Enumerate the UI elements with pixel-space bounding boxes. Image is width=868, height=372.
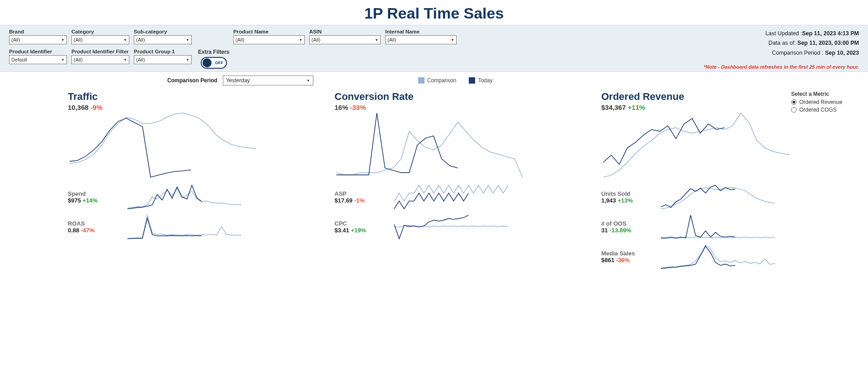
chevron-down-icon: ▼ (123, 38, 127, 42)
refresh-note: *Note - Dashboard data refreshes in the … (703, 64, 859, 70)
filter-internalname[interactable]: (All)▼ (385, 35, 457, 44)
comparison-label: Comparison Period (167, 77, 217, 84)
radio-icon (791, 107, 797, 113)
filter-label-brand: Brand (9, 29, 67, 34)
filter-asin[interactable]: (All)▼ (309, 35, 381, 44)
traffic-chart (68, 111, 258, 179)
toggle-text: OFF (215, 61, 223, 65)
extra-filters-label: Extra Filters (198, 49, 229, 55)
filter-subcategory[interactable]: (All)▼ (134, 35, 192, 44)
units-chart (659, 184, 777, 211)
col-conversion: Conversion Rate 16% -33% ASP $17.69 -1% … (335, 91, 588, 240)
media-title: Media Sales (601, 250, 656, 257)
spend-title: Spend (68, 190, 122, 197)
spend-chart (126, 184, 243, 211)
filter-productid[interactable]: Default▼ (9, 55, 67, 64)
filter-row-1: Brand (All)▼ Category (All)▼ Sub-categor… (9, 29, 457, 44)
comparison-select[interactable]: Yesterday▼ (223, 75, 313, 85)
filter-label-productname: Product Name (233, 29, 305, 34)
extra-filters-toggle[interactable]: OFF (201, 57, 227, 69)
cpc-chart (392, 213, 510, 240)
filter-label-productid: Product Identifier (9, 49, 67, 54)
chevron-down-icon: ▼ (307, 79, 310, 83)
chevron-down-icon: ▼ (61, 58, 65, 62)
filter-label-internalname: Internal Name (385, 29, 457, 34)
conversion-chart (335, 111, 524, 179)
col-traffic: Traffic 10,368 -9% Spend $975 +14% ROAS … (68, 91, 321, 240)
filter-label-productidfilter: Product Identifier Filter (71, 49, 129, 54)
units-title: Units Sold (601, 190, 656, 197)
metric-select: Select a Metric Ordered Revenue Ordered … (791, 91, 854, 114)
cpc-title: CPC (335, 220, 389, 227)
asp-chart (392, 184, 510, 211)
legend: Comparison Today (418, 77, 493, 84)
chevron-down-icon: ▼ (186, 58, 189, 62)
chevron-down-icon: ▼ (375, 38, 378, 42)
traffic-value: 10,368 -9% (68, 104, 321, 111)
dashboard: Traffic 10,368 -9% Spend $975 +14% ROAS … (0, 88, 868, 284)
swatch-comparison-icon (418, 77, 425, 84)
filter-productgroup1[interactable]: (All)▼ (134, 55, 192, 64)
info-block: Last Updated :Sep 11, 2023 4:13 PM Data … (765, 29, 859, 58)
filter-label-asin: ASIN (309, 29, 381, 34)
swatch-today-icon (469, 77, 475, 84)
chevron-down-icon: ▼ (451, 38, 454, 42)
metric-select-header: Select a Metric (791, 91, 854, 97)
filter-label-productgroup1: Product Group 1 (134, 49, 192, 54)
oos-title: # of OOS (601, 220, 656, 227)
radio-icon (791, 99, 797, 105)
comparison-row: Comparison Period Yesterday▼ Comparison … (167, 72, 868, 88)
filter-productidfilter[interactable]: (All)▼ (71, 55, 129, 64)
radio-ordered-cogs[interactable]: Ordered COGS (791, 107, 854, 113)
traffic-title: Traffic (68, 91, 321, 103)
filter-label-category: Category (71, 29, 129, 34)
filter-category[interactable]: (All)▼ (71, 35, 129, 44)
radio-ordered-revenue[interactable]: Ordered Revenue (791, 99, 854, 105)
page-title: 1P Real Time Sales (0, 5, 868, 22)
asp-title: ASP (335, 190, 389, 197)
chevron-down-icon: ▼ (61, 38, 65, 42)
filter-label-subcategory: Sub-category (134, 29, 192, 34)
roas-title: ROAS (68, 220, 122, 227)
chevron-down-icon: ▼ (186, 38, 189, 42)
filter-brand[interactable]: (All)▼ (9, 35, 67, 44)
toggle-knob-icon (203, 58, 212, 67)
filter-bar: Brand (All)▼ Category (All)▼ Sub-categor… (0, 25, 868, 72)
oos-chart (659, 213, 777, 240)
media-chart (659, 243, 777, 270)
col-revenue: Select a Metric Ordered Revenue Ordered … (601, 91, 854, 270)
filter-productname[interactable]: (All)▼ (233, 35, 305, 44)
filter-row-2: Product Identifier Default▼ Product Iden… (9, 49, 457, 69)
revenue-chart (601, 111, 791, 179)
conversion-title: Conversion Rate (335, 91, 588, 103)
chevron-down-icon: ▼ (299, 38, 302, 42)
chevron-down-icon: ▼ (123, 58, 127, 62)
roas-chart (126, 213, 243, 240)
traffic-delta: -9% (90, 104, 103, 111)
